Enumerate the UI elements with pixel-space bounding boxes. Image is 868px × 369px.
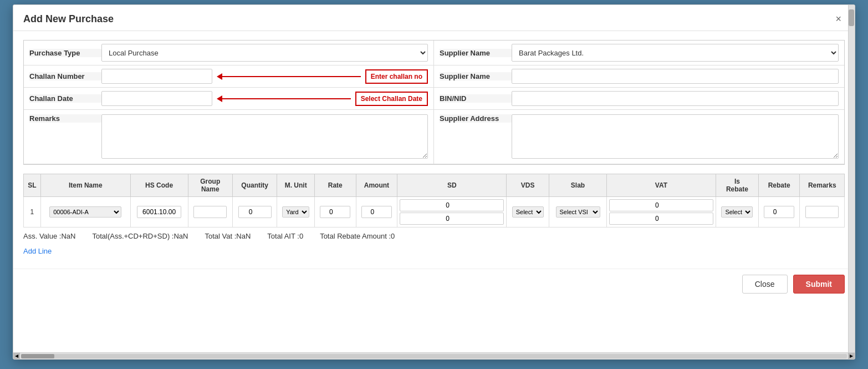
remarks-textarea[interactable] <box>101 114 428 159</box>
arrow-line <box>222 76 361 77</box>
sd-bottom-input[interactable] <box>400 213 504 225</box>
table-header-row: SL Item Name HS Code GroupName Quantity … <box>24 174 845 197</box>
bin-nid-input[interactable] <box>512 91 839 106</box>
supplier-name-select-area: Barat Packages Ltd. <box>512 44 839 62</box>
cell-remarks <box>800 197 845 228</box>
supplier-name2-label: Supplier Name <box>440 72 512 80</box>
total-ait-display: Total AIT :0 <box>267 232 303 240</box>
total-rebate-display: Total Rebate Amount :0 <box>320 232 395 240</box>
row-remarks-input[interactable] <box>805 206 839 218</box>
totals-row: Ass. Value :NaN Total(Ass.+CD+RD+SD) :Na… <box>23 228 845 245</box>
slab-select[interactable]: Select VSI VSI 1 <box>556 206 600 218</box>
bin-nid-row-right: BIN/NID <box>434 88 844 110</box>
vat-bottom-input[interactable] <box>609 213 713 225</box>
form-grid: Purchase Type Local Purchase Import Purc… <box>23 40 845 165</box>
challan-number-input[interactable] <box>101 69 212 84</box>
add-purchase-modal: Add New Purchase × Purchase Type Local P… <box>13 4 855 360</box>
cell-group-name <box>188 197 232 228</box>
purchase-type-label: Purchase Type <box>29 49 101 57</box>
supplier-name2-input-area <box>512 69 839 84</box>
group-name-input[interactable] <box>193 206 227 218</box>
col-sl: SL <box>24 174 41 197</box>
scroll-right-button[interactable]: ▶ <box>848 353 855 360</box>
amount-input[interactable] <box>361 206 392 218</box>
challan-number-input-area: Enter challan no <box>101 69 428 84</box>
purchase-type-input-area: Local Purchase Import Purchase <box>101 44 428 62</box>
cell-hs-code <box>130 197 188 228</box>
cell-slab: Select VSI VSI 1 <box>549 197 607 228</box>
vat-top-input[interactable] <box>609 199 713 211</box>
supplier-name-row-right: Supplier Name Barat Packages Ltd. <box>434 41 844 65</box>
add-line-link[interactable]: Add Line <box>23 247 52 255</box>
challan-date-input[interactable] <box>101 91 212 106</box>
modal-body: Purchase Type Local Purchase Import Purc… <box>13 31 855 269</box>
is-rebate-select[interactable]: Select Yes No <box>721 206 753 218</box>
total-display: Total(Ass.+CD+RD+SD) :NaN <box>92 232 188 240</box>
col-vds: VDS <box>507 174 549 197</box>
cell-amount <box>356 197 397 228</box>
modal-title: Add New Purchase <box>23 13 114 25</box>
date-arrow-head <box>217 95 222 102</box>
close-button[interactable]: Close <box>742 275 788 294</box>
modal-footer: Close Submit <box>13 269 855 301</box>
col-vat: VAT <box>606 174 716 197</box>
supplier-address-input-area <box>512 114 839 160</box>
submit-button[interactable]: Submit <box>793 275 845 294</box>
supplier-name-label: Supplier Name <box>440 49 512 57</box>
item-name-select[interactable]: 00006-ADI-A <box>49 206 121 218</box>
col-slab: Slab <box>549 174 607 197</box>
supplier-address-row-right: Supplier Address <box>434 110 844 164</box>
rate-input[interactable] <box>320 206 350 218</box>
quantity-input[interactable] <box>238 206 272 218</box>
supplier-name2-input[interactable] <box>512 69 839 84</box>
challan-arrow-annotation: Enter challan no <box>217 69 428 84</box>
supplier-address-textarea[interactable] <box>512 114 839 159</box>
scroll-left-button[interactable]: ◀ <box>13 353 20 360</box>
ass-value-display: Ass. Value :NaN <box>23 232 75 240</box>
col-group-name: GroupName <box>188 174 232 197</box>
arrow-head-left <box>217 73 222 80</box>
cell-sl: 1 <box>24 197 41 228</box>
vertical-scrollbar[interactable] <box>848 5 855 359</box>
vds-select[interactable]: Select VDS1 <box>512 206 544 218</box>
challan-date-annotation-box: Select Challan Date <box>355 92 428 106</box>
rebate-input[interactable] <box>764 206 794 218</box>
cell-rate <box>314 197 356 228</box>
cell-item-name: 00006-ADI-A <box>40 197 130 228</box>
challan-annotation-box: Enter challan no <box>365 69 428 84</box>
modal-close-button[interactable]: × <box>832 13 845 25</box>
cell-m-unit: Yard Pcs Kg <box>277 197 315 228</box>
cell-rebate <box>758 197 800 228</box>
purchase-type-select[interactable]: Local Purchase Import Purchase <box>101 44 428 62</box>
col-quantity: Quantity <box>232 174 277 197</box>
challan-date-annotation-wrapper: Select Challan Date <box>101 91 428 106</box>
cell-quantity <box>232 197 277 228</box>
m-unit-select[interactable]: Yard Pcs Kg <box>282 206 309 218</box>
remarks-label: Remarks <box>29 114 101 123</box>
cell-vat <box>606 197 716 228</box>
challan-date-input-area: Select Challan Date <box>101 91 428 106</box>
col-item-name: Item Name <box>40 174 130 197</box>
col-m-unit: M. Unit <box>277 174 315 197</box>
vat-cell-wrapper <box>609 199 713 225</box>
bin-nid-label: BIN/NID <box>440 94 512 103</box>
bin-nid-input-area <box>512 91 839 106</box>
challan-number-row-left: Challan Number Enter challan no <box>24 65 434 88</box>
sd-top-input[interactable] <box>400 199 504 211</box>
supplier-name-select[interactable]: Barat Packages Ltd. <box>512 44 839 62</box>
col-hs-code: HS Code <box>130 174 188 197</box>
challan-date-label: Challan Date <box>29 94 101 103</box>
cell-sd <box>397 197 507 228</box>
hs-code-input[interactable] <box>137 206 181 218</box>
col-is-rebate: IsRebate <box>716 174 758 197</box>
challan-annotation-wrapper: Enter challan no <box>101 69 428 84</box>
horizontal-scrollbar[interactable]: ◀ ▶ <box>13 352 855 359</box>
date-arrow-line <box>222 98 351 99</box>
purchase-type-row-left: Purchase Type Local Purchase Import Purc… <box>24 41 434 65</box>
cell-is-rebate: Select Yes No <box>716 197 758 228</box>
challan-date-row-left: Challan Date Select Challan Date <box>24 88 434 110</box>
items-table: SL Item Name HS Code GroupName Quantity … <box>23 174 845 228</box>
remarks-input-area <box>101 114 428 160</box>
col-rate: Rate <box>314 174 356 197</box>
col-amount: Amount <box>356 174 397 197</box>
